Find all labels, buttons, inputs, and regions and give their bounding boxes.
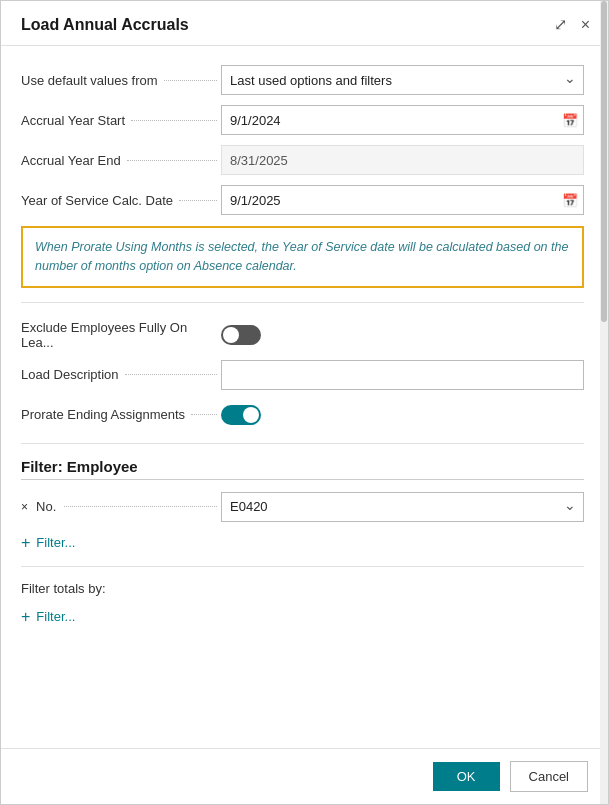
dialog-title: Load Annual Accruals [21,16,189,34]
ok-button[interactable]: OK [433,762,500,791]
exclude-employees-slider [221,325,261,345]
load-description-label: Load Description [21,367,221,382]
cancel-button[interactable]: Cancel [510,761,588,792]
section-divider-1 [21,302,584,303]
prorate-ending-toggle-wrapper [221,405,261,425]
accrual-year-start-row: Accrual Year Start 📅 [21,102,584,138]
accrual-year-end-control [221,145,584,175]
prorate-ending-label: Prorate Ending Assignments [21,407,221,422]
accrual-year-start-control: 📅 [221,105,584,135]
info-box: When Prorate Using Months is selected, t… [21,226,584,288]
add-filter-plus-icon: + [21,534,30,552]
load-description-row: Load Description [21,357,584,393]
accrual-year-start-label: Accrual Year Start [21,113,221,128]
close-icon[interactable]: × [579,15,592,35]
use-default-control: Last used options and filters [221,65,584,95]
scrollbar-thumb[interactable] [601,1,607,322]
load-description-input[interactable] [221,360,584,390]
add-filter-label: Filter... [36,535,75,550]
year-of-service-control: 📅 [221,185,584,215]
section-divider-2 [21,443,584,444]
expand-icon[interactable]: ⤢ [552,15,569,35]
accrual-year-start-calendar-icon[interactable]: 📅 [562,113,578,128]
filter-no-control: E0420 [221,492,584,522]
dialog-footer: OK Cancel [1,748,608,804]
filter-no-label: × No. [21,499,221,514]
dialog-header: Load Annual Accruals ⤢ × [1,1,608,46]
prorate-ending-toggle[interactable] [221,405,261,425]
accrual-year-end-input [221,145,584,175]
prorate-ending-slider [221,405,261,425]
year-of-service-calendar-icon[interactable]: 📅 [562,193,578,208]
add-filter-button[interactable]: + Filter... [21,530,75,556]
add-filter-totals-label: Filter... [36,609,75,624]
filter-field-name: No. [36,499,56,514]
accrual-year-end-label: Accrual Year End [21,153,221,168]
dialog-header-icons: ⤢ × [552,15,592,35]
add-filter-totals-plus-icon: + [21,608,30,626]
accrual-year-start-input-wrap: 📅 [221,105,584,135]
filter-no-row: × No. E0420 [21,492,584,522]
accrual-year-start-input[interactable] [221,105,584,135]
year-of-service-input-wrap: 📅 [221,185,584,215]
dialog-load-annual-accruals: Load Annual Accruals ⤢ × Use default val… [0,0,609,805]
prorate-ending-control [221,405,584,425]
exclude-employees-label: Exclude Employees Fully On Lea... [21,320,221,350]
filter-employee-divider [21,479,584,480]
use-default-row: Use default values from Last used option… [21,62,584,98]
accrual-year-end-input-wrap [221,145,584,175]
year-of-service-row: Year of Service Calc. Date 📅 [21,182,584,218]
prorate-ending-row: Prorate Ending Assignments [21,397,584,433]
year-of-service-label: Year of Service Calc. Date [21,193,221,208]
scrollbar-track[interactable] [600,1,608,804]
filter-no-select[interactable]: E0420 [221,492,584,522]
add-filter-totals-button[interactable]: + Filter... [21,604,75,630]
exclude-employees-toggle-wrapper [221,325,261,345]
filter-totals-label: Filter totals by: [21,581,584,596]
filter-no-select-wrapper: E0420 [221,492,584,522]
load-description-control [221,360,584,390]
exclude-employees-row: Exclude Employees Fully On Lea... [21,317,584,353]
accrual-year-end-row: Accrual Year End [21,142,584,178]
info-box-text: When Prorate Using Months is selected, t… [35,238,570,276]
dialog-body: Use default values from Last used option… [1,46,608,748]
use-default-label: Use default values from [21,73,221,88]
use-default-select[interactable]: Last used options and filters [221,65,584,95]
exclude-employees-toggle[interactable] [221,325,261,345]
exclude-employees-control [221,325,584,345]
section-divider-3 [21,566,584,567]
filter-x-icon[interactable]: × [21,500,28,514]
year-of-service-input[interactable] [221,185,584,215]
use-default-select-wrapper: Last used options and filters [221,65,584,95]
filter-employee-title: Filter: Employee [21,458,584,475]
